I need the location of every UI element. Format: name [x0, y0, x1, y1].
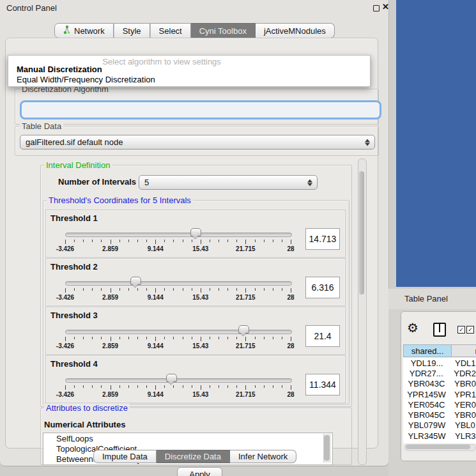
cell-shared-name: YER054C: [403, 400, 450, 410]
slider-tick: [155, 385, 156, 390]
checkbox-icon[interactable]: ✓: [466, 326, 474, 334]
slider-tick: [273, 385, 273, 388]
slider-tick: [183, 337, 183, 339]
threshold-value-field[interactable]: 21.4: [305, 325, 340, 347]
apply-button[interactable]: Apply: [177, 467, 222, 476]
tab-style[interactable]: Style: [114, 23, 150, 38]
slider-tick-label: 21.715: [236, 342, 256, 349]
slider-tick: [273, 240, 273, 242]
slider-tick-label: 28: [287, 294, 294, 301]
threshold-value-field[interactable]: 6.316: [305, 277, 340, 298]
attribute-list-item[interactable]: SelfLoops: [43, 433, 332, 443]
slider-thumb[interactable]: [238, 325, 249, 334]
tab-impute-data[interactable]: Impute Data: [93, 450, 157, 463]
checkbox-icon[interactable]: ✓: [457, 326, 465, 334]
table-hscrollbar-thumb[interactable]: [406, 445, 470, 449]
slider-track[interactable]: [65, 378, 292, 383]
table-row[interactable]: YDR27...YDR2: [403, 368, 476, 378]
slider-tick: [111, 288, 111, 293]
cell-shared-name: YDR27...: [403, 369, 449, 378]
slider-thumb[interactable]: [166, 374, 177, 382]
popup-item-manual-discretization[interactable]: Manual Discretization: [17, 65, 102, 74]
slider-tick: [201, 385, 201, 390]
threshold-value-field[interactable]: 14.713: [305, 228, 340, 250]
table-row[interactable]: YIL052CYIL0: [403, 441, 476, 443]
slider-tick: [101, 288, 102, 291]
column-header-shared-name[interactable]: shared...: [403, 344, 452, 357]
slider-tick: [192, 288, 192, 291]
slider-tick: [101, 385, 102, 388]
attributes-scrollbar-thumb[interactable]: [324, 435, 330, 461]
tab-network[interactable]: Network: [54, 23, 114, 38]
slider-track[interactable]: [65, 281, 292, 286]
slider-track[interactable]: [65, 233, 292, 237]
gear-icon[interactable]: ⚙: [407, 320, 418, 335]
slider-thumb[interactable]: [130, 277, 141, 285]
tab-infer-network[interactable]: Infer Network: [230, 450, 296, 463]
screenshot-root: Control Panel ✕ Network Style Select Cyn…: [0, 0, 476, 476]
slider-tick: [291, 385, 291, 390]
slider-tick: [236, 288, 237, 291]
slider-track[interactable]: [65, 330, 292, 334]
table-data-title: Table Data: [20, 121, 63, 131]
slider-tick: [137, 288, 138, 291]
slider-tick-label: 15.43: [192, 342, 208, 349]
threshold-label: Threshold 1: [50, 213, 98, 223]
slider-tick: [219, 240, 219, 242]
scrollbar-thumb[interactable]: [359, 171, 364, 295]
slider-tick: [128, 240, 129, 242]
slider-tick: [245, 240, 246, 244]
slider-tick-label: 9.144: [148, 391, 164, 398]
column-header-name[interactable]: n: [452, 344, 476, 357]
table-row[interactable]: YER054CYER0: [403, 399, 476, 410]
cell-shared-name: YLR345W: [403, 431, 450, 441]
cell-name: YPR1: [450, 390, 476, 399]
cell-name: YIL0: [450, 441, 472, 443]
number-of-intervals-combo[interactable]: 5: [139, 175, 318, 190]
slider-tick: [92, 385, 93, 388]
close-icon[interactable]: ✕: [382, 2, 389, 12]
table-row[interactable]: YDL19...YDL1: [403, 358, 476, 368]
slider-tick: [219, 288, 219, 291]
slider-tick-label: 21.715: [236, 294, 256, 301]
number-of-intervals-value: 5: [144, 178, 149, 187]
table-row[interactable]: YPR145WYPR1: [403, 389, 476, 399]
cell-shared-name: YDL19...: [403, 358, 450, 368]
table-row[interactable]: YBR043CYBR0: [403, 379, 476, 389]
slider-tick: [164, 337, 165, 339]
cell-name: YER0: [450, 400, 476, 410]
tab-discretize-data[interactable]: Discretize Data: [157, 450, 230, 463]
threshold-label: Threshold 2: [50, 262, 98, 272]
table-row[interactable]: YBR045CYBR0: [403, 410, 476, 420]
cell-name: YBR0: [450, 379, 476, 388]
slider-tick: [173, 240, 174, 242]
table-row[interactable]: YLR345WYLR3: [403, 431, 476, 441]
table-data-combo[interactable]: galFiltered.sif default node: [20, 135, 375, 150]
slider-tick: [245, 337, 246, 341]
float-window-icon[interactable]: [373, 5, 380, 12]
slider-tick: [210, 337, 210, 339]
slider-tick: [173, 288, 174, 291]
threshold-value-field[interactable]: 11.344: [305, 374, 340, 395]
tab-cyni-toolbox[interactable]: Cyni Toolbox: [191, 23, 256, 38]
algorithm-combo[interactable]: [20, 100, 381, 119]
table-row[interactable]: YBL079WYBL0: [403, 420, 476, 431]
slider-tick: [264, 288, 265, 291]
slider-tick: [65, 288, 66, 293]
slider-tick: [164, 288, 165, 291]
tab-select[interactable]: Select: [150, 23, 191, 38]
threshold-label: Threshold 4: [50, 359, 98, 369]
cell-name: YBR0: [450, 410, 476, 420]
panel-vertical-scrollbar[interactable]: [358, 158, 367, 465]
slider-tick: [111, 337, 111, 341]
popup-item-equal-width-frequency[interactable]: Equal Width/Frequency Discretization: [17, 75, 155, 84]
slider-tick: [219, 337, 219, 339]
slider-tick: [273, 288, 273, 291]
slider-tick: [65, 385, 66, 390]
split-columns-icon[interactable]: [433, 323, 446, 337]
slider-tick: [291, 240, 291, 244]
slider-thumb[interactable]: [190, 228, 201, 236]
slider-tick-label: 15.43: [192, 245, 208, 252]
tab-jactivemnodules[interactable]: jActiveMNodules: [256, 23, 335, 38]
bottom-tab-bar: Impute Data Discretize Data Infer Networ…: [93, 450, 296, 463]
